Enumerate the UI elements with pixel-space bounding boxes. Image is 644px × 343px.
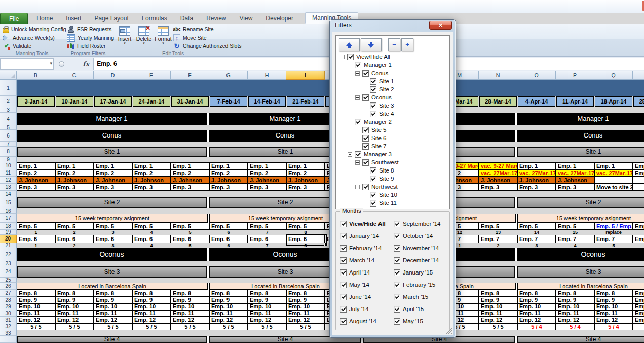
grid-cell[interactable]: Emp. 8 bbox=[479, 290, 517, 297]
grid-cell[interactable]: Emp. 3 bbox=[94, 184, 132, 191]
grid-cell[interactable]: 2 bbox=[55, 243, 94, 248]
grid-cell[interactable]: Emp. 5 bbox=[286, 223, 325, 230]
grid-cell[interactable]: 6 bbox=[209, 243, 248, 248]
grid-cell[interactable]: J. Johnson bbox=[286, 177, 325, 184]
grid-cell[interactable]: Emp. 10 bbox=[556, 303, 594, 310]
tree-item-site-5[interactable]: Site 5 bbox=[336, 126, 449, 134]
grid-cell[interactable]: Emp. 9 bbox=[94, 297, 132, 303]
grid-cell[interactable]: Emp. 1 bbox=[556, 162, 594, 169]
tree-item-southwest[interactable]: Southwest bbox=[336, 158, 449, 166]
grid-cell[interactable]: J. Johnson bbox=[517, 177, 556, 184]
grid-cell[interactable] bbox=[633, 177, 644, 184]
grid-cell[interactable]: 5 / 5 bbox=[248, 323, 286, 330]
row-header-16[interactable]: 16 bbox=[0, 208, 17, 214]
row-header-12[interactable]: 12 bbox=[0, 177, 17, 184]
delete-button[interactable]: Delete▾ bbox=[134, 25, 154, 45]
checkbox-may-15[interactable] bbox=[394, 318, 400, 325]
grid-cell[interactable]: Emp. 3 bbox=[171, 184, 209, 191]
checkbox-southwest[interactable] bbox=[362, 159, 369, 166]
checkbox-site-7[interactable] bbox=[362, 143, 369, 150]
grid-cell[interactable]: Emp. 1 bbox=[94, 162, 132, 169]
grid-cell[interactable]: Emp. 6 bbox=[248, 235, 286, 243]
grid-cell[interactable]: Emp. 6 bbox=[94, 235, 132, 243]
row-header-4[interactable]: 4 bbox=[0, 113, 17, 125]
grid-cell[interactable]: 3 bbox=[94, 243, 132, 248]
month-item-june-14[interactable]: June '14 bbox=[340, 294, 394, 300]
row-header-7[interactable]: 7 bbox=[0, 142, 17, 147]
expand-plus-button[interactable]: + bbox=[401, 38, 413, 51]
checkbox-september-14[interactable] bbox=[394, 221, 400, 227]
column-header-P[interactable]: P bbox=[556, 71, 594, 80]
format-button[interactable]: Format▾ bbox=[154, 25, 173, 45]
grid-cell[interactable]: Emp. 11 bbox=[248, 310, 286, 317]
row-header-5[interactable]: 5 bbox=[0, 125, 17, 130]
grid-cell[interactable]: 5 / 4 bbox=[633, 323, 644, 330]
grid-cell[interactable]: Emp. 7 bbox=[633, 235, 644, 243]
row-header-26[interactable]: 26 bbox=[0, 283, 17, 290]
grid-cell[interactable]: Emp. 3 bbox=[286, 184, 325, 191]
grid-cell[interactable]: Emp. 9 bbox=[171, 297, 209, 303]
grid-cell[interactable]: Emp. 5 bbox=[55, 223, 94, 230]
checkbox-april-15[interactable] bbox=[394, 306, 400, 313]
move-up-button[interactable] bbox=[339, 38, 360, 51]
advance-week-s-button[interactable]: Advance Week(s) bbox=[3, 33, 66, 42]
grid-cell[interactable]: 5 bbox=[594, 243, 633, 248]
grid-cell[interactable]: 5 / 5 bbox=[94, 323, 132, 330]
row-header-29[interactable]: 29 bbox=[0, 303, 17, 310]
grid-cell[interactable]: Emp. 2 bbox=[17, 169, 55, 177]
band-located-in-barcelona-spain-seg4[interactable]: Located in Barcelona Spain bbox=[517, 283, 644, 290]
band-site-2-seg1[interactable]: Site 2 bbox=[17, 197, 207, 208]
month-item-september-14[interactable]: September '14 bbox=[394, 221, 447, 227]
date-cell[interactable]: 28-Mar-14 bbox=[479, 96, 517, 107]
column-header-H[interactable]: H bbox=[248, 71, 286, 80]
grid-cell[interactable]: Emp. 8 bbox=[209, 290, 248, 297]
column-header-D[interactable]: D bbox=[94, 71, 132, 80]
band-conus-seg1[interactable]: Conus bbox=[17, 130, 207, 142]
tab-insert[interactable]: Insert bbox=[59, 13, 88, 24]
band-conus-seg4[interactable]: Conus bbox=[517, 130, 644, 142]
grid-cell[interactable]: Emp. 8 bbox=[132, 290, 171, 297]
collapse-box-icon[interactable] bbox=[348, 63, 352, 67]
checkbox-manager-2[interactable] bbox=[355, 119, 361, 125]
grid-cell[interactable]: J. Johnson bbox=[55, 177, 94, 184]
column-header-Q[interactable]: Q bbox=[594, 71, 633, 80]
checkbox-oconus[interactable] bbox=[362, 94, 369, 101]
date-cell[interactable]: 24-Jan-14 bbox=[133, 96, 170, 107]
tree-item-site-8[interactable]: Site 8 bbox=[336, 166, 449, 175]
grid-cell[interactable]: Emp. 9 bbox=[55, 297, 94, 303]
date-cell[interactable]: 21-Feb-14 bbox=[287, 96, 324, 107]
grid-cell[interactable]: Emp. 1 bbox=[209, 162, 248, 169]
row-header-18[interactable]: 18 bbox=[0, 223, 17, 230]
band-oconus-seg1[interactable]: Oconus bbox=[17, 248, 207, 261]
checkbox-february-15[interactable] bbox=[394, 282, 400, 288]
grid-cell[interactable]: 4 bbox=[556, 243, 594, 248]
month-item-october-14[interactable]: October '14 bbox=[394, 233, 447, 239]
date-cell[interactable]: 17-Jan-14 bbox=[94, 96, 132, 107]
yearly-manning-button[interactable]: Yearly Manning bbox=[67, 33, 114, 42]
column-header-B[interactable]: B bbox=[17, 71, 55, 80]
grid-cell[interactable]: 4 bbox=[132, 230, 171, 235]
row-header-20[interactable]: 20 bbox=[0, 235, 17, 243]
column-header-R[interactable]: R bbox=[633, 71, 644, 80]
band-located-in-barcelona-spain-seg1[interactable]: Located in Barcelona Spain bbox=[17, 283, 208, 290]
grid-cell[interactable]: Emp. 10 bbox=[17, 303, 55, 310]
grid-cell[interactable]: 5 bbox=[171, 230, 209, 235]
grid-cell[interactable]: Emp. 5 bbox=[479, 223, 517, 230]
checkbox-view-hide-all[interactable] bbox=[340, 221, 347, 227]
checkbox-view-hide-all[interactable] bbox=[347, 54, 354, 60]
grid-cell[interactable]: Emp. 11 bbox=[633, 310, 644, 317]
fsr-requests-button[interactable]: FSR Requests bbox=[67, 25, 114, 33]
grid-cell[interactable]: vac. 27Mar-17Apr bbox=[517, 169, 556, 177]
grid-cell[interactable]: J. Johnson bbox=[17, 177, 55, 184]
grid-cell[interactable]: J. Johnson bbox=[248, 177, 286, 184]
checkbox-march-14[interactable] bbox=[340, 257, 347, 264]
grid-cell[interactable]: Emp. 5 bbox=[517, 223, 556, 230]
tab-formulas[interactable]: Formulas bbox=[135, 13, 174, 24]
checkbox-june-14[interactable] bbox=[340, 294, 347, 300]
band-site-1-seg4[interactable]: Site 1 bbox=[517, 147, 644, 157]
unlock-manning-config-button[interactable]: Unlock Manning Config bbox=[3, 25, 66, 33]
checkbox-manager-3[interactable] bbox=[355, 151, 361, 158]
grid-cell[interactable]: vac. 27Mar-17Apr bbox=[556, 169, 594, 177]
grid-cell[interactable]: Emp. 9 bbox=[594, 297, 633, 303]
grid-cell[interactable]: Emp. 6 bbox=[171, 235, 209, 243]
